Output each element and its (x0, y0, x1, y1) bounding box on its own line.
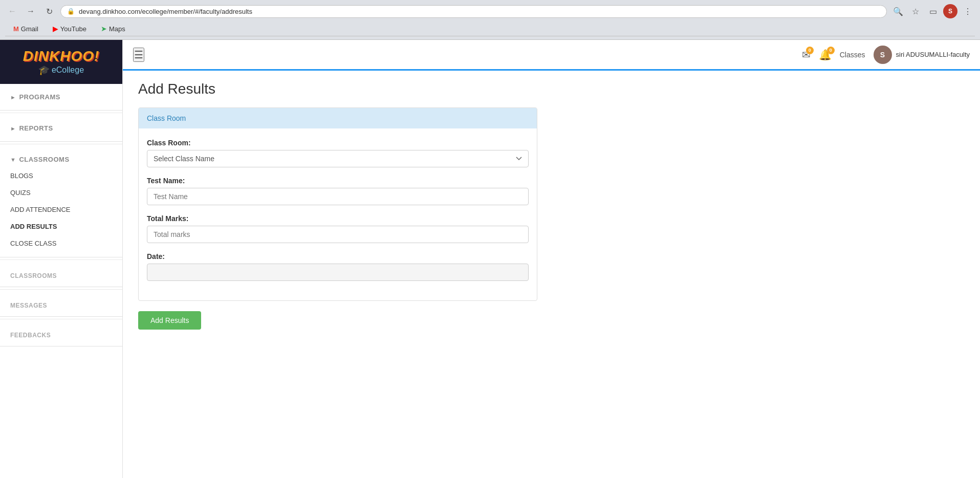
sidebar-feedbacks-section: FEEDBACKS (0, 321, 122, 346)
add-attendence-label: ADD ATTENDENCE (10, 206, 71, 213)
close-class-label: CLOSE CLASS (10, 240, 56, 247)
blogs-label: BLOGS (10, 172, 33, 180)
ecollege-label: eCollege (52, 66, 84, 75)
mail-badge: 0 (806, 47, 814, 54)
programs-label: PROGRAMS (19, 93, 60, 101)
sidebar-programs-section: ► PROGRAMS (0, 84, 122, 111)
top-nav: ☰ ✉ 0 🔔 0 Classes S siri ADUSUMALLI-facu… (123, 40, 980, 71)
chevron-right-icon-2: ► (10, 125, 16, 132)
sidebar-reports-section: ► REPORTS (0, 115, 122, 142)
maps-icon: ➤ (101, 25, 107, 33)
bell-icon-wrap[interactable]: 🔔 0 (819, 49, 832, 61)
divider-4 (0, 289, 122, 290)
add-results-button[interactable]: Add Results (138, 311, 201, 330)
search-button[interactable]: 🔍 (891, 4, 905, 18)
bookmark-youtube[interactable]: ▶ YouTube (50, 24, 90, 34)
content-inner: Add Results Class Room Class Room: Selec… (123, 71, 980, 340)
divider-5 (0, 319, 122, 319)
form-card-header: Class Room (139, 108, 537, 128)
bookmark-button[interactable]: ☆ (908, 4, 923, 18)
divider-3 (0, 259, 122, 260)
menu-button[interactable]: ⋮ (961, 4, 975, 18)
gmail-icon: M (13, 25, 19, 33)
class-room-select[interactable]: Select Class Name (147, 150, 529, 167)
maps-label: Maps (109, 25, 125, 33)
browser-nav: ← → ↻ 🔒 devang.dinkhoo.com/ecollege/memb… (5, 4, 975, 18)
sidebar-classrooms-toggle[interactable]: ▼ CLASSROOMS (0, 151, 122, 167)
class-room-label: Class Room: (147, 139, 529, 147)
test-name-input[interactable] (147, 188, 529, 205)
form-card-body: Class Room: Select Class Name Test Name:… (139, 128, 537, 300)
classrooms-label-1: CLASSROOMS (19, 156, 69, 163)
bookmark-gmail[interactable]: M Gmail (10, 24, 41, 34)
quizs-label: QUIZS (10, 189, 31, 197)
sidebar-item-add-results[interactable]: ADD RESULTS (0, 218, 122, 235)
divider-1 (0, 113, 122, 113)
test-name-group: Test Name: (147, 177, 529, 205)
sidebar-classrooms-2-section: CLASSROOMS (0, 262, 122, 287)
sidebar-classrooms-section: ▼ CLASSROOMS BLOGS QUIZS ADD ATTENDENCE … (0, 146, 122, 257)
security-icon: 🔒 (67, 8, 75, 15)
sidebar-logo: DINKHOO! 🎓 eCollege (0, 40, 122, 84)
date-input[interactable]: 24-01-2024 (147, 264, 529, 281)
sidebar-item-quizs[interactable]: QUIZS (0, 184, 122, 201)
add-results-label: ADD RESULTS (10, 223, 57, 230)
main-layout: ☰ ✉ 0 🔔 0 Classes S siri ADUSUMALLI-facu… (123, 40, 980, 478)
sidebar-item-blogs[interactable]: BLOGS (0, 167, 122, 184)
sidebar-toggle-button[interactable]: ▭ (926, 4, 940, 18)
youtube-label: YouTube (60, 25, 86, 33)
classes-link[interactable]: Classes (840, 51, 865, 59)
browser-actions: 🔍 ☆ ▭ S ⋮ (891, 4, 975, 18)
youtube-icon: ▶ (53, 25, 58, 33)
sidebar-item-close-class[interactable]: CLOSE CLASS (0, 235, 122, 252)
profile-button[interactable]: S (943, 4, 957, 18)
divider-2 (0, 144, 122, 144)
content-area: Add Results Class Room Class Room: Selec… (123, 71, 980, 478)
gmail-label: Gmail (21, 25, 38, 33)
reports-label: REPORTS (19, 124, 53, 132)
user-name: siri ADUSUMALLI-faculty (896, 51, 970, 58)
user-info[interactable]: S siri ADUSUMALLI-faculty (874, 46, 970, 64)
browser-chrome: ← → ↻ 🔒 devang.dinkhoo.com/ecollege/memb… (0, 0, 980, 40)
url-text: devang.dinkhoo.com/ecollege/member/#/fac… (79, 8, 880, 15)
date-label: Date: (147, 252, 529, 260)
forward-button[interactable]: → (24, 4, 38, 18)
mortarboard-icon: 🎓 (38, 64, 50, 76)
app-wrapper: DINKHOO! 🎓 eCollege ► PROGRAMS ► REPORTS (0, 40, 980, 478)
sidebar-programs[interactable]: ► PROGRAMS (0, 89, 122, 105)
bell-badge: 0 (827, 47, 835, 54)
user-avatar: S (874, 46, 892, 64)
sidebar-reports[interactable]: ► REPORTS (0, 120, 122, 136)
page-title: Add Results (138, 81, 965, 97)
logo-text: DINKHOO! 🎓 eCollege (23, 48, 100, 76)
submit-section: Add Results (138, 311, 537, 330)
reload-button[interactable]: ↻ (42, 4, 56, 18)
total-marks-label: Total Marks: (147, 214, 529, 223)
back-button[interactable]: ← (5, 4, 19, 18)
class-room-group: Class Room: Select Class Name (147, 139, 529, 167)
total-marks-input[interactable] (147, 226, 529, 243)
feedbacks-label: FEEDBACKS (0, 327, 122, 341)
chevron-right-icon: ► (10, 94, 16, 100)
sidebar: DINKHOO! 🎓 eCollege ► PROGRAMS ► REPORTS (0, 40, 123, 478)
bookmark-maps[interactable]: ➤ Maps (98, 24, 128, 34)
classrooms-label-2: CLASSROOMS (0, 267, 122, 281)
sidebar-messages-section: MESSAGES (0, 292, 122, 317)
logo-dinkhoo: DINKHOO! (23, 48, 100, 64)
bookmarks-bar: M Gmail ▶ YouTube ➤ Maps (5, 21, 975, 36)
address-bar[interactable]: 🔒 devang.dinkhoo.com/ecollege/member/#/f… (60, 5, 887, 18)
mail-icon-wrap[interactable]: ✉ 0 (802, 49, 811, 61)
logo-ecollege: 🎓 eCollege (23, 64, 100, 76)
date-group: Date: 24-01-2024 (147, 252, 529, 281)
test-name-label: Test Name: (147, 177, 529, 185)
total-marks-group: Total Marks: (147, 214, 529, 243)
messages-label: MESSAGES (0, 297, 122, 311)
top-nav-actions: ✉ 0 🔔 0 Classes S siri ADUSUMALLI-facult… (802, 46, 970, 64)
chevron-down-icon: ▼ (10, 157, 16, 163)
form-card: Class Room Class Room: Select Class Name… (138, 107, 537, 301)
sidebar-item-add-attendence[interactable]: ADD ATTENDENCE (0, 201, 122, 218)
hamburger-button[interactable]: ☰ (133, 48, 144, 62)
